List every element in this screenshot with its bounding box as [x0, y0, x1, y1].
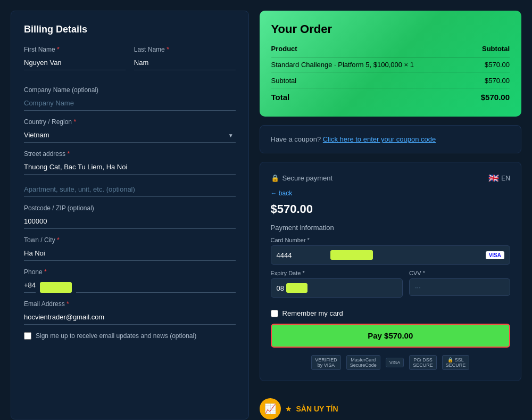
company-label: Company Name (optional)	[24, 86, 236, 94]
product-header: Product	[271, 45, 470, 57]
flag-icon: 🇬🇧	[488, 173, 499, 183]
billing-title: Billing Details	[24, 24, 236, 35]
expiry-value: 08	[277, 284, 284, 292]
product-row: Standard Challenge · Platform 5, $100,00…	[271, 57, 510, 72]
signup-label: Sign me up to receive email updates and …	[36, 332, 196, 340]
subtotal-row: Subtotal $570.00	[271, 72, 510, 88]
phone-row: +84	[24, 278, 236, 293]
payment-info-title: Payment information	[271, 224, 510, 232]
order-summary: Your Order Product Subtotal Standard Cha…	[260, 11, 521, 117]
first-name-group: First Name *	[24, 46, 126, 70]
logo-area: 📈 ★ SÀN UY TÍN	[260, 398, 521, 419]
badge-verified-visa: VERIFIEDby VISA	[311, 355, 341, 370]
security-badges: VERIFIEDby VISA MasterCardSecureCode VIS…	[271, 355, 510, 370]
remember-label: Remember my card	[282, 309, 343, 317]
back-link[interactable]: ← back	[271, 190, 510, 197]
card-split-row: Expiry Date * 08 CVV *	[271, 270, 510, 303]
right-panel: Your Order Product Subtotal Standard Cha…	[260, 11, 521, 419]
payment-box: 🔒 Secure payment 🇬🇧 EN ← back $570.00 Pa…	[260, 162, 521, 381]
phone-input[interactable]	[76, 278, 235, 293]
order-table: Product Subtotal Standard Challenge · Pl…	[271, 45, 510, 105]
logo-star: ★	[285, 405, 292, 413]
cvv-input[interactable]	[415, 283, 504, 291]
country-label: Country / Region *	[24, 118, 236, 126]
remember-checkbox[interactable]	[271, 310, 278, 317]
expiry-input[interactable]	[307, 284, 397, 292]
product-price: $570.00	[470, 57, 510, 72]
apartment-group	[24, 182, 236, 197]
total-row: Total $570.00	[271, 88, 510, 105]
logo-chart-icon: 📈	[264, 403, 276, 415]
email-label: Email Address *	[24, 300, 236, 308]
subtotal-value: $570.00	[470, 72, 510, 88]
city-group: Town / City *	[24, 236, 236, 261]
phone-prefix: +84	[24, 281, 36, 293]
expiry-group: Expiry Date * 08	[271, 270, 403, 298]
postcode-input[interactable]	[24, 214, 236, 229]
billing-form: Billing Details First Name * Last Name *…	[11, 11, 249, 419]
card-number-label: Card Number *	[271, 237, 510, 243]
badge-ssl: 🔒 SSLSECURE	[442, 355, 470, 370]
subtotal-header: Subtotal	[470, 45, 510, 57]
city-input[interactable]	[24, 246, 236, 261]
postcode-label: Postcode / ZIP (optional)	[24, 204, 236, 212]
payment-header: 🔒 Secure payment 🇬🇧 EN	[271, 173, 510, 183]
city-label: Town / City *	[24, 236, 236, 244]
postcode-group: Postcode / ZIP (optional)	[24, 204, 236, 229]
badge-visa: VISA	[386, 358, 404, 367]
apartment-input[interactable]	[24, 182, 236, 197]
secure-label: Secure payment	[282, 174, 333, 182]
coupon-text: Have a coupon?	[271, 135, 321, 143]
expiry-highlight	[286, 283, 307, 293]
email-group: Email Address *	[24, 300, 236, 325]
lock-icon: 🔒	[271, 174, 279, 182]
cvv-label: CVV *	[409, 270, 510, 276]
logo-icon: 📈	[260, 398, 281, 419]
card-number-input[interactable]	[408, 251, 451, 259]
remember-row: Remember my card	[271, 309, 510, 317]
pay-button[interactable]: Pay $570.00	[271, 324, 510, 348]
card-number-group: Card Number * 4444 VISA	[271, 237, 510, 265]
company-input[interactable]	[24, 96, 236, 111]
lang-badge: 🇬🇧 EN	[488, 173, 510, 183]
email-input[interactable]	[24, 310, 236, 325]
cvv-group: CVV *	[409, 270, 510, 298]
coupon-link[interactable]: Click here to enter your coupon code	[323, 135, 436, 143]
street-group: Street address *	[24, 150, 236, 175]
last-name-input[interactable]	[134, 55, 236, 70]
subtotal-label: Subtotal	[271, 72, 470, 88]
visa-badge: VISA	[486, 251, 504, 259]
country-group: Country / Region * Vietnam	[24, 118, 236, 143]
company-group: Company Name (optional)	[24, 86, 236, 111]
phone-label: Phone *	[24, 268, 236, 276]
last-name-label: Last Name *	[134, 46, 236, 53]
last-name-group: Last Name *	[134, 46, 236, 70]
phone-highlight	[40, 282, 72, 293]
card-input-wrapper: 4444 VISA	[271, 245, 510, 265]
street-label: Street address *	[24, 150, 236, 158]
badge-pci: PCi DSSSECURE	[409, 355, 437, 370]
phone-group: Phone * +84	[24, 268, 236, 293]
card-highlight	[330, 250, 373, 260]
signup-checkbox[interactable]	[24, 332, 31, 340]
expiry-label: Expiry Date *	[271, 270, 403, 276]
order-title: Your Order	[271, 22, 510, 36]
country-select-wrapper[interactable]: Vietnam	[24, 128, 236, 143]
lang-text: EN	[501, 175, 510, 182]
product-name: Standard Challenge · Platform 5, $100,00…	[271, 57, 470, 72]
total-label: Total	[271, 88, 470, 105]
logo-text: SÀN UY TÍN	[296, 405, 338, 413]
badge-mastercard: MasterCardSecureCode	[346, 355, 380, 370]
cvv-wrapper	[409, 278, 510, 296]
first-name-label: First Name *	[24, 46, 126, 53]
total-value: $570.00	[470, 88, 510, 105]
expiry-wrapper: 08	[271, 278, 403, 298]
street-input[interactable]	[24, 160, 236, 175]
card-number-value: 4444	[277, 251, 292, 259]
country-select[interactable]: Vietnam	[24, 128, 236, 143]
signup-row: Sign me up to receive email updates and …	[24, 332, 236, 340]
payment-amount: $570.00	[271, 202, 510, 216]
secure-payment: 🔒 Secure payment	[271, 174, 333, 182]
coupon-box: Have a coupon? Click here to enter your …	[260, 125, 521, 153]
first-name-input[interactable]	[24, 55, 126, 70]
